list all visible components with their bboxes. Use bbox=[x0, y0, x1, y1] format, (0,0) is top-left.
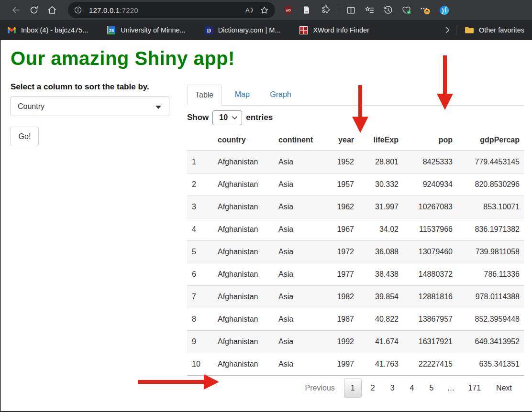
tab-map[interactable]: Map bbox=[228, 85, 257, 105]
cell-gdpPercap: 635.341351 bbox=[457, 353, 524, 376]
entries-count-select[interactable]: 10 bbox=[212, 110, 242, 125]
table-row[interactable]: 7AfghanistanAsia198239.85412881816978.01… bbox=[187, 286, 524, 308]
pagination: Previous12345…171Next bbox=[187, 379, 524, 398]
cell-pop: 9240934 bbox=[403, 173, 457, 196]
column-header-country[interactable]: country bbox=[213, 130, 274, 151]
bookmark-xword[interactable]: XWord Info Finder bbox=[299, 26, 369, 34]
svg-text:uO: uO bbox=[286, 8, 290, 12]
column-header-index[interactable] bbox=[187, 130, 213, 151]
page-extension-button[interactable] bbox=[299, 2, 315, 18]
ublock-origin-button[interactable]: uO bbox=[280, 2, 296, 18]
cell-pop: 14880372 bbox=[403, 263, 457, 286]
bookmark-dictionary[interactable]: D Dictionary.com | M... bbox=[205, 26, 281, 34]
previous-button[interactable]: Previous bbox=[298, 379, 343, 397]
data-table: country continent year lifeExp pop gdpPe… bbox=[187, 130, 524, 376]
split-screen-icon bbox=[346, 5, 356, 15]
pagination-ellipsis: … bbox=[441, 379, 460, 397]
ellipsis-menu-icon bbox=[420, 5, 431, 15]
chevron-right-icon bbox=[445, 27, 450, 33]
cell-year: 1987 bbox=[322, 308, 359, 331]
go-button[interactable]: Go! bbox=[11, 127, 39, 146]
cell-year: 1967 bbox=[322, 218, 359, 241]
entries-label: entries bbox=[246, 113, 273, 122]
cell-gdpPercap: 649.3413952 bbox=[457, 331, 524, 353]
cell-index: 8 bbox=[187, 308, 213, 331]
heart-pulse-icon bbox=[401, 5, 412, 15]
cell-year: 1952 bbox=[322, 151, 359, 173]
table-row[interactable]: 8AfghanistanAsia198740.82213867957852.39… bbox=[187, 308, 524, 331]
read-aloud-icon: A bbox=[244, 6, 255, 14]
other-favorites-button[interactable]: Other favorites bbox=[465, 26, 524, 34]
history-button[interactable] bbox=[380, 2, 396, 18]
table-row[interactable]: 3AfghanistanAsia196231.99710267083853.10… bbox=[187, 196, 524, 218]
copilot-button[interactable] bbox=[436, 2, 452, 18]
browser-chrome: 127.0.0.1:7220 A uO bbox=[0, 0, 532, 40]
site-info-icon[interactable] bbox=[74, 6, 82, 14]
table-row[interactable]: 1AfghanistanAsia195228.8018425333779.445… bbox=[187, 151, 524, 173]
cell-lifeExp: 36.088 bbox=[359, 241, 403, 263]
cell-pop: 10267083 bbox=[403, 196, 457, 218]
settings-menu-button[interactable] bbox=[417, 2, 433, 18]
cell-lifeExp: 30.332 bbox=[359, 173, 403, 196]
bookmark-inbox[interactable]: Inbox (4) - bajcz475... bbox=[8, 26, 88, 34]
column-header-gdpPercap[interactable]: gdpPercap bbox=[457, 130, 524, 151]
table-row[interactable]: 4AfghanistanAsia196734.0211537966836.197… bbox=[187, 218, 524, 241]
history-clock-icon bbox=[383, 5, 393, 15]
cell-pop: 13079460 bbox=[403, 241, 457, 263]
table-row[interactable]: 5AfghanistanAsia197236.08813079460739.98… bbox=[187, 241, 524, 263]
cell-index: 1 bbox=[187, 151, 213, 173]
back-button[interactable] bbox=[7, 2, 25, 18]
column-header-pop[interactable]: pop bbox=[403, 130, 457, 151]
sort-column-select[interactable]: Country bbox=[11, 97, 169, 116]
refresh-button[interactable] bbox=[25, 2, 43, 18]
extensions-button[interactable] bbox=[317, 2, 333, 18]
cell-country: Afghanistan bbox=[213, 263, 274, 286]
cell-index: 6 bbox=[187, 263, 213, 286]
url-text: 127.0.0.1:7220 bbox=[89, 6, 243, 14]
tab-table[interactable]: Table bbox=[187, 85, 222, 106]
extensions-row: uO bbox=[280, 2, 452, 18]
bookmark-university[interactable]: 25 University of Minne... bbox=[107, 26, 185, 34]
column-header-continent[interactable]: continent bbox=[274, 130, 322, 151]
page-title: Our amazing Shiny app! bbox=[11, 48, 235, 69]
table-row[interactable]: 10AfghanistanAsia199741.76322227415635.3… bbox=[187, 353, 524, 376]
page-button-2[interactable]: 2 bbox=[363, 379, 383, 397]
cell-index: 3 bbox=[187, 196, 213, 218]
cell-country: Afghanistan bbox=[213, 331, 274, 353]
bookmark-label: XWord Info Finder bbox=[313, 26, 369, 34]
annotation-arrow-pagination bbox=[138, 374, 219, 390]
next-button[interactable]: Next bbox=[488, 379, 520, 397]
puzzle-piece-icon bbox=[321, 5, 331, 15]
cell-country: Afghanistan bbox=[213, 241, 274, 263]
favorites-list-icon bbox=[365, 5, 375, 15]
collections-button[interactable] bbox=[361, 2, 377, 18]
cell-index: 5 bbox=[187, 241, 213, 263]
bookmark-label: Inbox (4) - bajcz475... bbox=[21, 26, 88, 34]
split-screen-button[interactable] bbox=[343, 2, 359, 18]
tab-graph[interactable]: Graph bbox=[263, 85, 298, 105]
page-button-171[interactable]: 171 bbox=[460, 379, 488, 397]
svg-text:D: D bbox=[207, 27, 211, 34]
cell-continent: Asia bbox=[274, 353, 322, 376]
cell-pop: 12881816 bbox=[403, 286, 457, 308]
bookmarks-overflow-button[interactable] bbox=[442, 27, 454, 33]
home-button[interactable] bbox=[43, 2, 61, 18]
cell-lifeExp: 38.438 bbox=[359, 263, 403, 286]
gmail-icon bbox=[8, 27, 16, 33]
cell-continent: Asia bbox=[274, 218, 322, 241]
address-bar[interactable]: 127.0.0.1:7220 A bbox=[68, 2, 275, 18]
other-favorites-label: Other favorites bbox=[479, 26, 524, 34]
page-button-5[interactable]: 5 bbox=[421, 379, 441, 397]
table-row[interactable]: 2AfghanistanAsia195730.3329240934820.853… bbox=[187, 173, 524, 196]
cell-country: Afghanistan bbox=[213, 218, 274, 241]
read-aloud-button[interactable]: A bbox=[243, 3, 257, 17]
table-row[interactable]: 6AfghanistanAsia197738.43814880372786.11… bbox=[187, 263, 524, 286]
favorite-star-button[interactable] bbox=[257, 3, 271, 17]
annotation-arrow-year-column bbox=[352, 85, 368, 133]
page-button-4[interactable]: 4 bbox=[402, 379, 422, 397]
cell-pop: 13867957 bbox=[403, 308, 457, 331]
table-row[interactable]: 9AfghanistanAsia199241.67416317921649.34… bbox=[187, 331, 524, 353]
browser-essentials-button[interactable] bbox=[399, 2, 415, 18]
page-button-3[interactable]: 3 bbox=[383, 379, 402, 397]
page-button-1[interactable]: 1 bbox=[344, 379, 362, 398]
